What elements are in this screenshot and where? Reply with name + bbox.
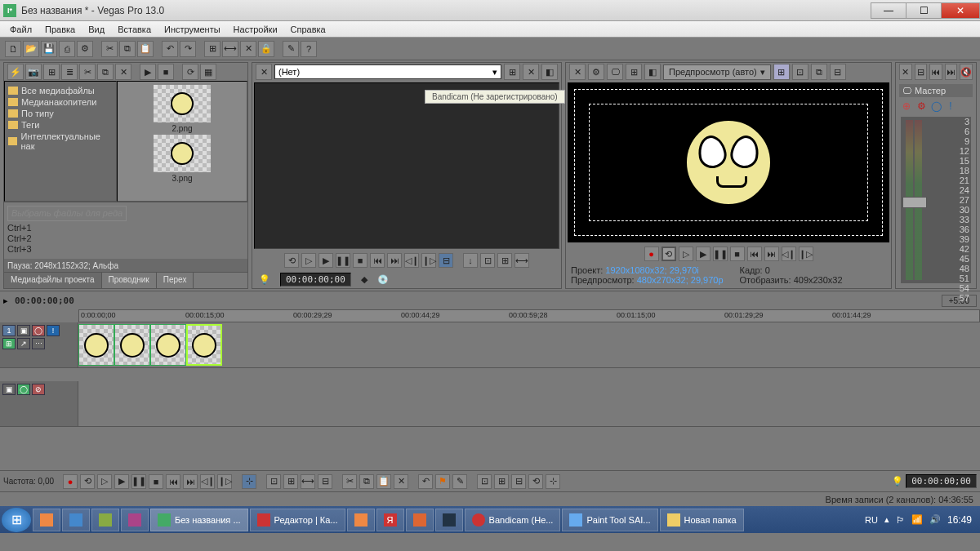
timeline-ruler[interactable]: 0:00:00;00 00:00:15;00 00:00:29;29 00:00…: [78, 309, 980, 322]
preview-quality-dropdown[interactable]: Предпросмотр (авто)▾: [663, 64, 771, 80]
trimmer-btn1[interactable]: ⊞: [504, 64, 520, 80]
snap2-icon[interactable]: ⊟: [830, 64, 846, 80]
tool-b-icon[interactable]: ⊡: [477, 474, 492, 489]
timeline-clip-selected[interactable]: [186, 324, 222, 366]
automation-icon[interactable]: ⚙: [915, 100, 927, 112]
tool3-icon[interactable]: ⟷: [301, 474, 315, 489]
explorer-play-icon[interactable]: ▶: [140, 64, 156, 80]
marker-icon[interactable]: ▸: [3, 295, 8, 306]
flag-icon[interactable]: ⚑: [435, 474, 450, 489]
taskbar-app[interactable]: [435, 509, 463, 531]
next-frame-icon[interactable]: ❙▷: [799, 247, 813, 261]
loop-icon[interactable]: ⟲: [80, 474, 95, 489]
taskbar-app[interactable]: Без названия ...: [150, 509, 248, 531]
tool-d-icon[interactable]: ⊟: [511, 474, 526, 489]
track-info-icon[interactable]: !: [47, 325, 60, 336]
explorer-btn3[interactable]: ⊞: [43, 64, 60, 80]
goto-end-icon[interactable]: ⏭: [764, 247, 779, 261]
trimmer-btn2[interactable]: ✕: [523, 64, 539, 80]
copy-icon[interactable]: ⧉: [359, 474, 374, 489]
minimize-button[interactable]: —: [871, 2, 906, 19]
record-icon[interactable]: ●: [63, 474, 78, 489]
next-frame-icon[interactable]: ❙▷: [217, 474, 232, 489]
safe-areas-icon[interactable]: ⊡: [792, 64, 808, 80]
explorer-stop-icon[interactable]: ■: [158, 64, 174, 80]
ext-monitor-icon[interactable]: 🖵: [607, 64, 623, 80]
new-icon[interactable]: 🗋: [5, 41, 21, 57]
trimmer-dropdown[interactable]: (Нет)▾: [274, 64, 501, 79]
tray-net-icon[interactable]: 📶: [911, 514, 923, 525]
volume-slider[interactable]: [902, 197, 927, 208]
info-icon[interactable]: !: [945, 100, 956, 112]
record-icon[interactable]: ●: [644, 247, 659, 261]
tree-node[interactable]: Интеллектуальные нак: [7, 131, 114, 152]
taskbar-app[interactable]: Bandicam (Не...: [465, 509, 561, 531]
mst-close-icon[interactable]: ✕: [899, 64, 912, 80]
play-start-icon[interactable]: ▷: [679, 247, 693, 261]
redo-icon[interactable]: ↷: [180, 41, 196, 57]
track-number[interactable]: 1: [2, 325, 16, 336]
paste-icon[interactable]: 📋: [137, 41, 154, 57]
undo-icon[interactable]: ↶: [162, 41, 178, 57]
menu-help[interactable]: Справка: [284, 23, 332, 36]
tool4-icon[interactable]: ⊟: [318, 474, 332, 489]
goto-start-icon[interactable]: ⏮: [370, 253, 385, 268]
track-lane[interactable]: [78, 322, 980, 367]
track-header[interactable]: 1▣◯! ⊞↗⋯: [0, 322, 78, 367]
track-bypass-icon[interactable]: ◯: [32, 325, 45, 336]
mst-i1-icon[interactable]: ⊟: [915, 64, 928, 80]
play-start-icon[interactable]: ▷: [97, 474, 112, 489]
menu-options[interactable]: Настройки: [227, 23, 284, 36]
tab-transitions[interactable]: Перех: [157, 273, 194, 288]
explorer-cut-icon[interactable]: ✂: [79, 64, 96, 80]
taskbar-pin[interactable]: [91, 509, 119, 531]
goto-end-icon[interactable]: ⏭: [183, 474, 198, 489]
menu-edit[interactable]: Правка: [38, 23, 82, 36]
cut-icon[interactable]: ✂: [101, 41, 118, 57]
timeline-clip[interactable]: [150, 324, 186, 366]
tree-node[interactable]: Все медиафайлы: [7, 85, 114, 96]
tray-flag-icon[interactable]: 🏳: [896, 515, 905, 525]
stop-icon[interactable]: ■: [353, 253, 368, 268]
prev-frame-icon[interactable]: ◁❙: [200, 474, 215, 489]
preview-viewport[interactable]: [568, 82, 889, 242]
taskbar-app[interactable]: Paint Tool SAI...: [562, 509, 657, 531]
taskbar-app[interactable]: Я: [376, 509, 404, 531]
split-screen-icon[interactable]: ◧: [644, 64, 661, 80]
fx-icon[interactable]: ⊞: [626, 64, 642, 80]
overlays-icon[interactable]: ⊞: [773, 64, 790, 80]
track-fx-icon[interactable]: ⊞: [2, 338, 16, 349]
prev-close-icon[interactable]: ✕: [569, 64, 586, 80]
tree-node[interactable]: По типу: [7, 108, 114, 119]
marker-icon[interactable]: 💡: [259, 274, 270, 285]
brush-icon[interactable]: ✎: [283, 41, 299, 57]
tray-sound-icon[interactable]: 🔊: [929, 514, 941, 525]
menu-file[interactable]: Файл: [3, 23, 38, 36]
menu-tools[interactable]: Инструменты: [158, 23, 227, 36]
paste-icon[interactable]: 📋: [376, 474, 391, 489]
track-bypass-icon[interactable]: ◯: [17, 384, 30, 395]
tool2-icon[interactable]: ⊞: [283, 474, 298, 489]
tool-a-icon[interactable]: ✎: [452, 474, 467, 489]
trimmer-timecode[interactable]: 00:00:00;00: [280, 273, 351, 287]
media-tree[interactable]: Все медиафайлы Медианакопители По типу Т…: [4, 81, 117, 202]
stop-icon[interactable]: ■: [149, 474, 163, 489]
play-icon[interactable]: ▶: [318, 253, 333, 268]
snap-icon[interactable]: ⊞: [204, 41, 220, 57]
loop-icon[interactable]: ⟲: [284, 253, 299, 268]
tool1-icon[interactable]: ⊡: [266, 474, 281, 489]
track-bypass2-icon[interactable]: ⊘: [32, 384, 45, 395]
tool-f-icon[interactable]: ⊹: [546, 474, 560, 489]
trimmer-btn3[interactable]: ◧: [541, 64, 558, 80]
trimmer-pin-icon[interactable]: ✕: [256, 64, 272, 80]
media-thumb[interactable]: [154, 135, 211, 172]
taskbar-app[interactable]: [347, 509, 375, 531]
taskbar-pin[interactable]: [62, 509, 90, 531]
close-button[interactable]: ✕: [941, 2, 980, 19]
track-more-icon[interactable]: ⋯: [32, 338, 45, 349]
mst-i2-icon[interactable]: ⏮: [929, 64, 942, 80]
tab-project-media[interactable]: Медиафайлы проекта: [4, 273, 102, 288]
play-start-icon[interactable]: ▷: [301, 253, 316, 268]
ripple-icon[interactable]: ⟷: [222, 41, 238, 57]
prev-props-icon[interactable]: ⚙: [588, 64, 604, 80]
